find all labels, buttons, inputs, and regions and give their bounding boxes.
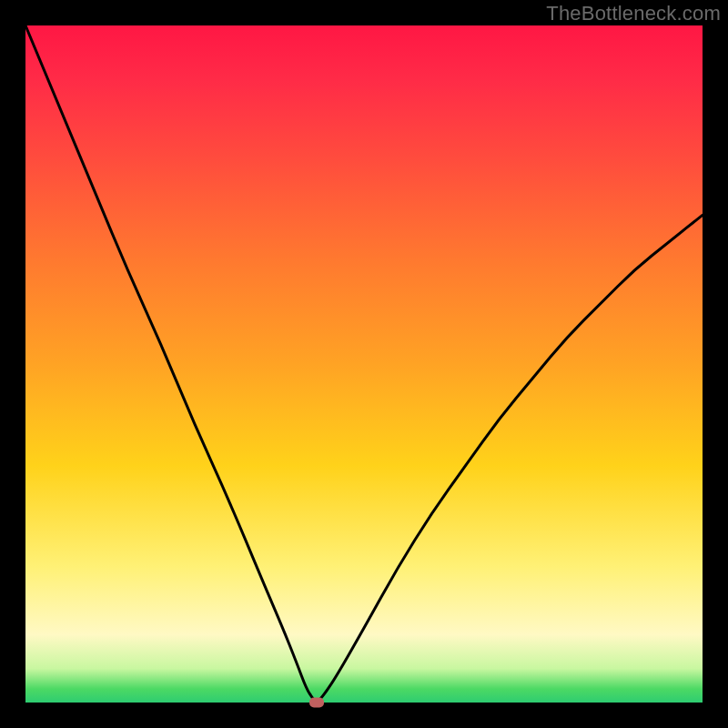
bottleneck-curve — [25, 25, 703, 703]
plot-area — [25, 25, 703, 703]
chart-frame: TheBottleneck.com — [0, 0, 728, 728]
min-marker — [309, 698, 324, 708]
watermark-text: TheBottleneck.com — [546, 2, 721, 25]
